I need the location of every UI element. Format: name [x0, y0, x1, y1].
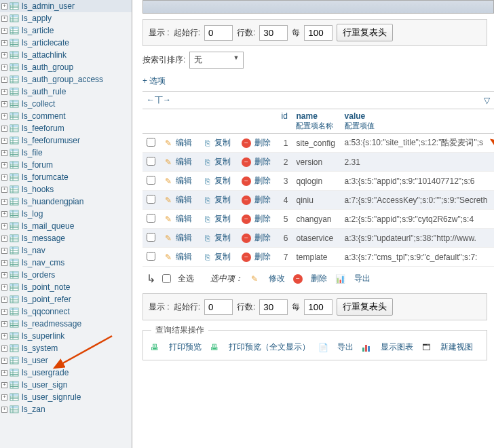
expand-icon[interactable]: +: [1, 138, 7, 144]
per-input-b[interactable]: [304, 299, 332, 315]
print-preview[interactable]: 打印预览: [169, 341, 202, 353]
edit-link[interactable]: 编辑: [176, 252, 192, 261]
delete-button[interactable]: 删除: [311, 273, 327, 284]
sidebar-item-ls_usergrade[interactable]: +ls_usergrade: [0, 367, 132, 379]
delete-link[interactable]: 删除: [254, 138, 271, 147]
row-checkbox[interactable]: [147, 157, 155, 166]
sidebar-item-ls_feeforumuser[interactable]: +ls_feeforumuser: [0, 134, 132, 147]
sidebar-item-ls_readmessage[interactable]: +ls_readmessage: [0, 318, 132, 330]
expand-icon[interactable]: +: [1, 40, 7, 46]
options-toggle[interactable]: + 选项: [142, 75, 166, 87]
delete-link[interactable]: 删除: [254, 233, 271, 242]
sidebar-item-ls_log[interactable]: +ls_log: [0, 208, 132, 220]
sidebar-item-ls_attachlink[interactable]: +ls_attachlink: [0, 49, 132, 61]
sidebar-item-ls_huandengpian[interactable]: +ls_huandengpian: [0, 195, 132, 208]
row-checkbox[interactable]: [147, 214, 155, 223]
sidebar-item-ls_forum[interactable]: +ls_forum: [0, 159, 132, 171]
expand-icon[interactable]: +: [1, 382, 7, 388]
copy-link[interactable]: 复制: [214, 214, 231, 223]
sidebar-item-ls_feeforum[interactable]: +ls_feeforum: [0, 122, 132, 134]
sidebar-item-ls_zan[interactable]: +ls_zan: [0, 403, 132, 415]
expand-icon[interactable]: +: [1, 309, 7, 315]
sort-select[interactable]: 无: [189, 52, 244, 69]
expand-icon[interactable]: +: [1, 89, 7, 95]
expand-icon[interactable]: +: [1, 370, 7, 376]
expand-icon[interactable]: +: [1, 126, 7, 132]
startrow-input-b[interactable]: [204, 299, 233, 315]
row-checkbox[interactable]: [147, 195, 155, 204]
sidebar-item-ls_auth_group[interactable]: +ls_auth_group: [0, 61, 132, 73]
sidebar-item-ls_superlink[interactable]: +ls_superlink: [0, 330, 132, 342]
expand-icon[interactable]: +: [1, 407, 7, 413]
sidebar-item-ls_auth_rule[interactable]: +ls_auth_rule: [0, 86, 132, 98]
delete-link[interactable]: 删除: [254, 252, 271, 261]
edit-link[interactable]: 编辑: [176, 195, 192, 204]
expand-icon[interactable]: +: [1, 150, 7, 156]
result-export[interactable]: 导出: [337, 341, 354, 353]
modify-button[interactable]: 修改: [269, 273, 285, 284]
row-checkbox[interactable]: [147, 233, 155, 242]
sidebar-item-ls_nav_cms[interactable]: +ls_nav_cms: [0, 257, 132, 269]
rows-input[interactable]: [259, 25, 288, 41]
expand-icon[interactable]: +: [1, 211, 7, 217]
row-checkbox[interactable]: [147, 176, 155, 185]
sidebar-item-ls_system[interactable]: +ls_system: [0, 342, 132, 354]
print-preview-full[interactable]: 打印预览（全文显示）: [229, 341, 310, 353]
expand-icon[interactable]: +: [1, 394, 7, 400]
sidebar-item-ls_comment[interactable]: +ls_comment: [0, 110, 132, 122]
expand-icon[interactable]: +: [1, 101, 7, 107]
edit-link[interactable]: 编辑: [176, 176, 192, 185]
expand-icon[interactable]: +: [1, 174, 7, 181]
expand-icon[interactable]: +: [1, 333, 7, 339]
copy-link[interactable]: 复制: [214, 233, 231, 242]
expand-icon[interactable]: +: [1, 248, 7, 254]
expand-icon[interactable]: +: [1, 187, 7, 193]
edit-link[interactable]: 编辑: [176, 233, 192, 242]
expand-icon[interactable]: +: [1, 113, 7, 119]
sidebar-item-ls_message[interactable]: +ls_message: [0, 232, 132, 244]
sidebar-item-ls_qqconnect[interactable]: +ls_qqconnect: [0, 305, 132, 318]
expand-icon[interactable]: +: [1, 28, 7, 34]
copy-link[interactable]: 复制: [214, 252, 231, 261]
delete-link[interactable]: 删除: [254, 157, 271, 166]
sidebar-item-ls_file[interactable]: +ls_file: [0, 147, 132, 159]
sidebar-item-ls_user_sign[interactable]: +ls_user_sign: [0, 379, 132, 391]
sidebar-item-ls_collect[interactable]: +ls_collect: [0, 98, 132, 110]
sidebar-item-ls_admin_user[interactable]: +ls_admin_user: [0, 0, 132, 12]
rows-input-b[interactable]: [259, 299, 288, 315]
per-input[interactable]: [304, 25, 332, 41]
expand-icon[interactable]: +: [1, 346, 7, 352]
expand-icon[interactable]: +: [1, 199, 7, 205]
row-checkbox[interactable]: [147, 252, 155, 261]
expand-icon[interactable]: +: [1, 3, 7, 10]
row-checkbox[interactable]: [147, 138, 155, 147]
copy-link[interactable]: 复制: [214, 157, 231, 166]
sidebar-item-ls_apply[interactable]: +ls_apply: [0, 12, 132, 24]
sidebar-item-ls_mail_queue[interactable]: +ls_mail_queue: [0, 220, 132, 232]
sidebar-item-ls_forumcate[interactable]: +ls_forumcate: [0, 171, 132, 183]
edit-link[interactable]: 编辑: [176, 138, 192, 147]
delete-link[interactable]: 删除: [254, 176, 271, 185]
sidebar-item-ls_point_note[interactable]: +ls_point_note: [0, 281, 132, 293]
expand-icon[interactable]: +: [1, 284, 7, 291]
expand-icon[interactable]: +: [1, 297, 7, 303]
expand-icon[interactable]: +: [1, 321, 7, 327]
startrow-input[interactable]: [204, 25, 233, 41]
sidebar-item-ls_user_signrule[interactable]: +ls_user_signrule: [0, 391, 132, 403]
expand-icon[interactable]: +: [1, 162, 7, 168]
sidebar-item-ls_orders[interactable]: +ls_orders: [0, 269, 132, 281]
expand-icon[interactable]: +: [1, 272, 7, 278]
sidebar-item-ls_point_refer[interactable]: +ls_point_refer: [0, 293, 132, 305]
edit-link[interactable]: 编辑: [176, 157, 192, 166]
show-chart[interactable]: 显示图表: [381, 341, 413, 353]
select-all-checkbox[interactable]: [162, 274, 171, 283]
sidebar-item-ls_user[interactable]: +ls_user: [0, 354, 132, 367]
new-view[interactable]: 新建视图: [440, 341, 473, 353]
export-button[interactable]: 导出: [354, 273, 370, 284]
expand-icon[interactable]: +: [1, 77, 7, 83]
repeat-head-button[interactable]: 行重复表头: [337, 24, 393, 41]
copy-link[interactable]: 复制: [214, 138, 231, 147]
expand-icon[interactable]: +: [1, 64, 7, 71]
move-arrows[interactable]: ←丅→: [147, 94, 171, 106]
sidebar-item-ls_hooks[interactable]: +ls_hooks: [0, 183, 132, 195]
